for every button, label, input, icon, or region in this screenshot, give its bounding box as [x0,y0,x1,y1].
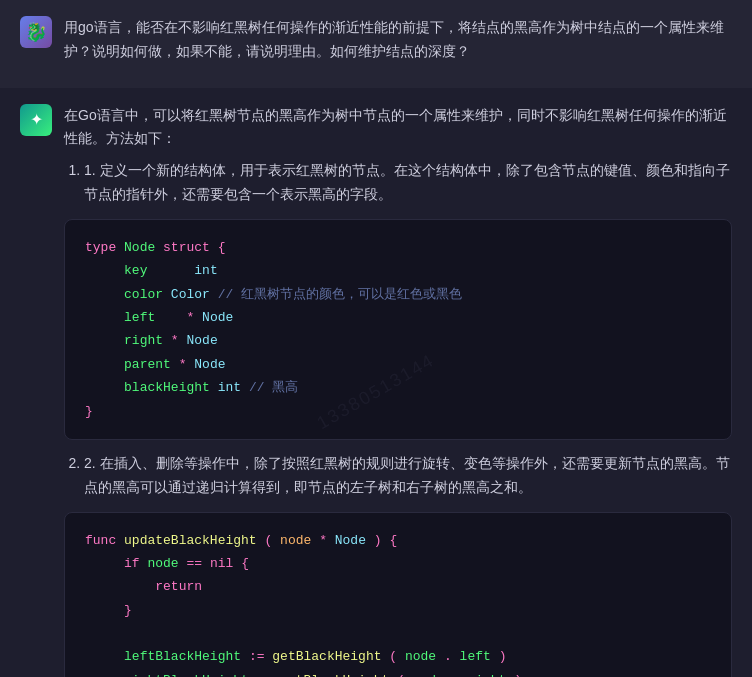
code-line-2: key int [85,259,711,282]
steps-list: 1. 定义一个新的结构体，用于表示红黑树的节点。在这个结构体中，除了包含节点的键… [64,159,732,207]
code2-line-4: } [85,599,711,622]
type-node1: Node [202,310,233,325]
punct-lp: ( [264,533,272,548]
param-node: node [280,533,311,548]
indent1 [85,263,116,278]
indent-c4 [85,649,116,664]
code2-line-3: return [85,575,711,598]
ai-avatar-icon: ✦ [30,110,43,129]
user-message-content: 用go语言，能否在不影响红黑树任何操作的渐近性能的前提下，将结点的黑高作为树中结… [64,16,732,72]
code2-line-6: rightBlackHeight := getBlackHeight ( nod… [85,669,711,677]
indent-c1 [85,556,116,571]
steps-list-2: 2. 在插入、删除等操作中，除了按照红黑树的规则进行旋转、变色等操作外，还需要更… [64,452,732,500]
indent-c5 [85,673,116,677]
code-line-5: right * Node [85,329,711,352]
code-block-2: func updateBlackHeight ( node * Node ) {… [64,512,732,678]
indent3 [85,310,116,325]
ident-node2: node [147,556,178,571]
ident-left2: left [460,649,491,664]
kw-nil: nil [210,556,233,571]
type-node4: Node [335,533,366,548]
code2-line-blank [85,622,711,645]
kw-if: if [124,556,140,571]
indent6 [85,380,116,395]
ident-node: Node [124,240,155,255]
code2-line-5: leftBlackHeight := getBlackHeight ( node… [85,645,711,668]
ident-node4: node [413,673,444,677]
ident-right: right [124,333,163,348]
op-assign2: := [257,673,273,677]
punct-open2: { [389,533,397,548]
type-color: Color [171,287,210,302]
indent-c2 [85,579,147,594]
comment-bh: // 黑高 [249,380,298,395]
punct-lp3: ( [397,673,405,677]
indent4 [85,333,116,348]
punct-open3: { [241,556,249,571]
code-line-8: } [85,400,711,423]
ai-message-content: 在Go语言中，可以将红黑树节点的黑高作为树中节点的一个属性来维护，同时不影响红黑… [64,104,732,677]
fn-getblackheight1: getBlackHeight [272,649,381,664]
punct-rp3: ) [514,673,522,677]
op-assign1: := [249,649,265,664]
code-line-6: parent * Node [85,353,711,376]
op-eq: == [186,556,202,571]
chat-container: 13380513144 🐉 用go语言，能否在不影响红黑树任何操作的渐近性能的前… [0,0,752,677]
code-block-1: type Node struct { key int [64,219,732,440]
step1-item: 1. 定义一个新的结构体，用于表示红黑树的节点。在这个结构体中，除了包含节点的键… [84,159,732,207]
ident-lbh: leftBlackHeight [124,649,241,664]
punct-rp: ) [374,533,382,548]
kw-type: type [85,240,116,255]
comment-color: // 红黑树节点的颜色，可以是红色或黑色 [218,287,462,302]
code2-line-2: if node == nil { [85,552,711,575]
kw-struct: struct [163,240,210,255]
code-line-1: type Node struct { [85,236,711,259]
code-line-3: color Color // 红黑树节点的颜色，可以是红色或黑色 [85,283,711,306]
punct-dot2: . [452,673,460,677]
ident-rbh: rightBlackHeight [124,673,249,677]
code2-line-1: func updateBlackHeight ( node * Node ) { [85,529,711,552]
punct-dot1: . [444,649,452,664]
punct-close2: } [124,603,132,618]
user-avatar: 🐉 [20,16,52,48]
punct-open: { [218,240,226,255]
sp4 [155,263,186,278]
kw-return: return [155,579,202,594]
user-avatar-icon: 🐉 [25,21,47,43]
fn-getblackheight2: getBlackHeight [280,673,389,677]
step2-text: 2. 在插入、删除等操作中，除了按照红黑树的规则进行旋转、变色等操作外，还需要更… [84,455,730,495]
punct-lp2: ( [389,649,397,664]
indent5 [85,357,116,372]
indent2 [85,287,116,302]
ident-node3: node [405,649,436,664]
ident-key: key [124,263,147,278]
indent-c3 [85,603,116,618]
ai-message-row: ✦ 在Go语言中，可以将红黑树节点的黑高作为树中节点的一个属性来维护，同时不影响… [0,88,752,677]
ai-intro: 在Go语言中，可以将红黑树节点的黑高作为树中节点的一个属性来维护，同时不影响红黑… [64,104,732,152]
step1-text: 1. 定义一个新的结构体，用于表示红黑树的节点。在这个结构体中，除了包含节点的键… [84,162,730,202]
fn-updateblackheight: updateBlackHeight [124,533,257,548]
kw-func: func [85,533,116,548]
user-message-row: 🐉 用go语言，能否在不影响红黑树任何操作的渐近性能的前提下，将结点的黑高作为树… [0,0,752,88]
sp7 [163,310,179,325]
step2-item: 2. 在插入、删除等操作中，除了按照红黑树的规则进行旋转、变色等操作外，还需要更… [84,452,732,500]
code-line-4: left * Node [85,306,711,329]
punct-rp2: ) [499,649,507,664]
ai-avatar: ✦ [20,104,52,136]
op-star2: * [171,333,179,348]
punct-close: } [85,404,93,419]
ident-right2: right [467,673,506,677]
op-star3: * [179,357,187,372]
type-node2: Node [186,333,217,348]
type-node3: Node [194,357,225,372]
op-star4: * [319,533,327,548]
ident-blackheight: blackHeight [124,380,210,395]
user-message-text: 用go语言，能否在不影响红黑树任何操作的渐近性能的前提下，将结点的黑高作为树中结… [64,16,732,64]
code-line-7: blackHeight int // 黑高 [85,376,711,399]
op-star1: * [186,310,194,325]
type-int2: int [218,380,241,395]
ident-color: color [124,287,163,302]
ident-parent: parent [124,357,171,372]
type-int: int [194,263,217,278]
ident-left: left [124,310,155,325]
